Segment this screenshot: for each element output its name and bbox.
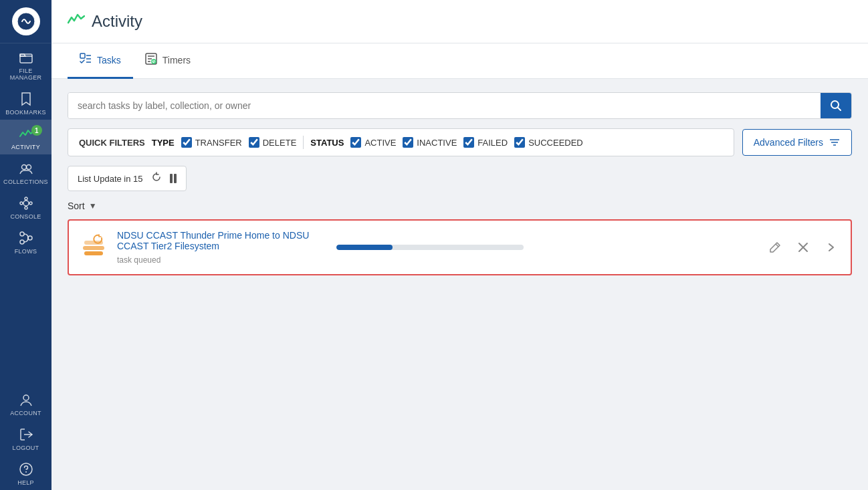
bookmarks-icon (19, 92, 33, 106)
svg-point-4 (23, 201, 29, 206)
advanced-filters-button[interactable]: Advanced Filters (742, 129, 852, 156)
filters-row: QUICK FILTERS TYPE TRANSFER DELETE STATU… (68, 128, 852, 156)
svg-point-8 (25, 207, 27, 209)
main-content: Activity Tasks (51, 0, 868, 490)
sidebar-item-logout[interactable]: LOGOUT (0, 420, 51, 455)
sidebar-item-label: ACTIVITY (11, 144, 40, 150)
filter-inactive-checkbox[interactable] (403, 137, 413, 148)
quick-filters-label: QUICK FILTERS (79, 138, 145, 148)
advanced-filters-label: Advanced Filters (754, 137, 823, 148)
list-update-text: List Update in 15 (78, 174, 143, 184)
filter-delete-label: DELETE (263, 138, 297, 148)
svg-point-11 (20, 240, 24, 244)
filter-transfer-checkbox[interactable] (181, 137, 192, 148)
sidebar-item-label: FILE MANAGER (3, 68, 48, 81)
search-button[interactable] (821, 93, 851, 118)
sidebar-item-bookmarks[interactable]: BOOKMARKS (0, 85, 51, 120)
filter-transfer: TRANSFER (181, 137, 242, 148)
logout-icon (19, 427, 33, 442)
svg-point-3 (26, 165, 31, 170)
file-manager-icon (19, 50, 33, 65)
sidebar-item-flows[interactable]: FLOWS (0, 224, 51, 259)
logo-icon[interactable] (12, 7, 40, 35)
svg-rect-16 (80, 53, 85, 58)
flows-icon (19, 231, 33, 245)
sidebar-item-file-manager[interactable]: FILE MANAGER (0, 43, 51, 85)
filter-active-checkbox[interactable] (350, 137, 361, 148)
filter-succeeded-label: SUCCEEDED (528, 138, 583, 148)
svg-rect-1 (20, 54, 32, 63)
tab-tasks-label: Tasks (97, 55, 121, 66)
account-icon (19, 392, 33, 407)
task-title: NDSU CCAST Thunder Prime Home to NDSU CC… (117, 230, 327, 251)
sidebar-item-label: CONSOLE (10, 213, 41, 220)
filter-delete: DELETE (249, 137, 297, 148)
task-info: NDSU CCAST Thunder Prime Home to NDSU CC… (117, 230, 327, 265)
sidebar-item-account[interactable]: ACCOUNT (0, 386, 51, 420)
filter-active: ACTIVE (350, 137, 396, 148)
sort-row: Sort ▼ (68, 201, 852, 211)
task-edit-button[interactable] (766, 239, 784, 256)
task-progress-area (336, 245, 757, 250)
sidebar-item-label: ACCOUNT (10, 410, 41, 416)
svg-point-9 (20, 232, 24, 236)
tabs-bar: Tasks Timers (51, 43, 868, 79)
filter-failed: FAILED (463, 137, 508, 148)
quick-filters-box: QUICK FILTERS TYPE TRANSFER DELETE STATU… (68, 128, 734, 156)
filter-delete-checkbox[interactable] (249, 137, 259, 148)
task-expand-button[interactable] (823, 239, 840, 256)
sidebar-item-label: HELP (17, 479, 34, 486)
svg-point-6 (29, 202, 32, 205)
sort-chevron-icon[interactable]: ▼ (89, 201, 97, 211)
pause-icon[interactable] (170, 174, 177, 183)
task-progress-bar-fill (336, 245, 393, 250)
tab-tasks[interactable]: Tasks (68, 43, 133, 79)
sort-label: Sort (68, 201, 85, 211)
filter-divider-1 (303, 136, 304, 149)
svg-point-2 (21, 165, 26, 170)
sidebar-item-help[interactable]: HELP (0, 455, 51, 490)
page-title: Activity (92, 12, 142, 31)
sidebar-item-console[interactable]: CONSOLE (0, 189, 51, 224)
filter-failed-checkbox[interactable] (463, 137, 474, 148)
svg-rect-30 (84, 251, 103, 255)
console-icon (19, 196, 33, 211)
activity-header-icon (68, 11, 85, 32)
task-item: NDSU CCAST Thunder Prime Home to NDSU CC… (68, 219, 852, 275)
filter-inactive-label: INACTIVE (417, 138, 457, 148)
sidebar-item-label: FLOWS (15, 248, 37, 255)
svg-point-7 (25, 197, 27, 200)
sidebar-item-activity[interactable]: 1 ACTIVITY (0, 120, 51, 154)
svg-rect-31 (83, 246, 104, 250)
svg-point-10 (28, 236, 32, 240)
tab-timers[interactable]: Timers (133, 43, 203, 79)
svg-point-5 (20, 202, 23, 205)
sidebar-item-label: LOGOUT (13, 445, 39, 451)
tab-timers-label: Timers (162, 55, 191, 66)
collections-icon (19, 161, 33, 176)
task-actions (766, 239, 840, 256)
filter-inactive: INACTIVE (403, 137, 457, 148)
sidebar: FILE MANAGER BOOKMARKS 1 ACTIVITY COL (0, 0, 51, 490)
filter-succeeded-checkbox[interactable] (514, 137, 525, 148)
activity-badge: 1 (31, 125, 42, 136)
sidebar-item-label: BOOKMARKS (5, 109, 46, 116)
list-update-row: List Update in 15 (68, 166, 852, 191)
status-label: STATUS (310, 138, 344, 148)
svg-point-12 (23, 395, 29, 400)
sidebar-logo (0, 0, 51, 43)
search-input[interactable] (68, 93, 821, 118)
page-header: Activity (51, 0, 868, 43)
type-label: TYPE (152, 138, 175, 148)
refresh-icon[interactable] (151, 172, 162, 185)
task-cancel-button[interactable] (794, 239, 812, 256)
sidebar-item-collections[interactable]: COLLECTIONS (0, 154, 51, 189)
filter-succeeded: SUCCEEDED (514, 137, 583, 148)
timers-tab-icon (145, 53, 157, 68)
svg-point-15 (25, 471, 27, 473)
task-subtitle: task queued (117, 255, 327, 265)
help-icon (19, 462, 33, 477)
sidebar-item-label: COLLECTIONS (3, 178, 48, 185)
content-area: QUICK FILTERS TYPE TRANSFER DELETE STATU… (51, 79, 868, 490)
tasks-tab-icon (80, 53, 92, 68)
